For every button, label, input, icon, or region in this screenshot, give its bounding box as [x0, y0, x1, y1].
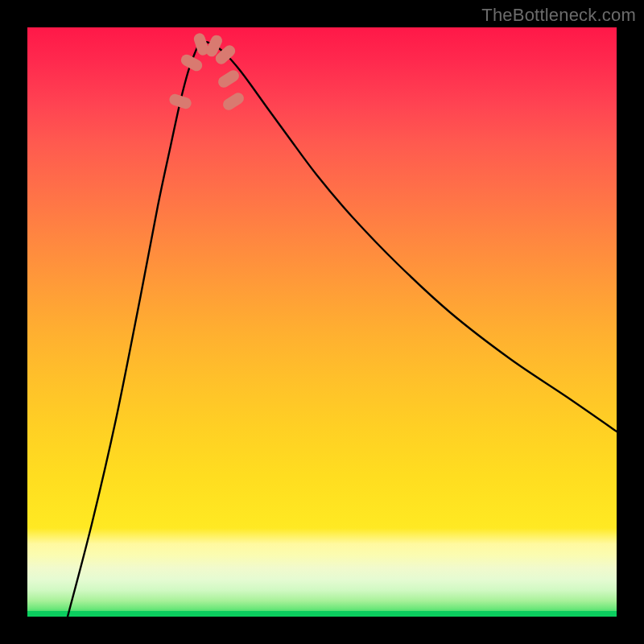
- curve-marker: [216, 68, 241, 90]
- curve-marker: [179, 52, 204, 73]
- curve-marker: [221, 91, 246, 113]
- curve-markers: [168, 32, 246, 113]
- chart-frame: TheBottleneck.com: [0, 0, 644, 644]
- curve-marker: [168, 93, 193, 110]
- plot-area: [27, 27, 617, 617]
- bottleneck-curve: [27, 27, 617, 617]
- curve-path: [68, 42, 617, 617]
- watermark-label: TheBottleneck.com: [481, 5, 636, 26]
